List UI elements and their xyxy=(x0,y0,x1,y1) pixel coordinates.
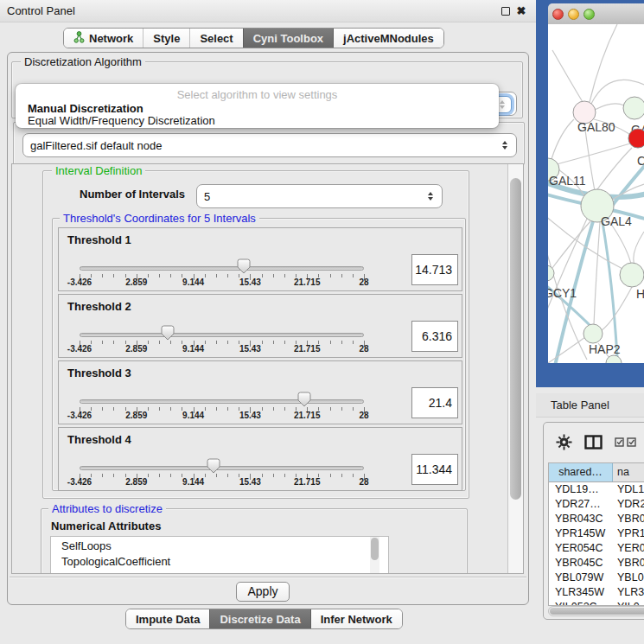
cell-shared-name: YIL052C xyxy=(549,600,613,606)
column-header-na[interactable]: na xyxy=(613,463,644,481)
gear-icon[interactable] xyxy=(556,434,572,450)
threshold-panel-4: Threshold 4-3.4262.8599.14415.4321.71528… xyxy=(58,427,462,491)
node-label-gal4: GAL4 xyxy=(601,214,632,228)
tab-network[interactable]: Network xyxy=(64,29,143,48)
number-of-intervals-combobox[interactable]: 5 xyxy=(196,184,443,208)
dropdown-option-equal-width-frequency-discretization[interactable]: Equal Width/Frequency Discretization xyxy=(16,115,499,127)
attribute-item-betweennesscentrality[interactable]: BetweennessCentrality xyxy=(61,570,388,574)
tab-cyni-toolbox[interactable]: Cyni Toolbox xyxy=(243,29,333,48)
cell-shared-name: YDR27… xyxy=(549,497,613,512)
cell-shared-name: YLR345W xyxy=(549,585,613,600)
slider-tick-label: 28 xyxy=(340,277,388,287)
threshold-value-field[interactable]: 14.713 xyxy=(411,254,458,285)
split-columns-icon[interactable] xyxy=(584,435,603,450)
table-row[interactable]: YBR045CYBR0 xyxy=(549,556,644,571)
network-node-h[interactable] xyxy=(620,263,644,287)
table-row[interactable]: YIL052CYIL0 xyxy=(549,600,644,606)
cell-name: YDL1 xyxy=(613,482,644,497)
slider-tick-label: 9.144 xyxy=(169,277,218,287)
slider-tick-label: 2.859 xyxy=(112,411,161,420)
close-traffic-light-icon[interactable] xyxy=(552,9,564,20)
settings-vertical-scrollbar[interactable] xyxy=(507,164,523,573)
node-label-c: C xyxy=(637,154,644,168)
threshold-slider-track[interactable] xyxy=(80,399,364,404)
close-icon[interactable]: ✖ xyxy=(513,3,529,19)
tab-discretize-data[interactable]: Discretize Data xyxy=(209,609,309,628)
tab-label: jActiveMNodules xyxy=(343,32,434,45)
tab-select[interactable]: Select xyxy=(189,29,242,48)
threshold-value-field[interactable]: 11.344 xyxy=(411,454,458,485)
table-row[interactable]: YER054CYER0 xyxy=(549,541,644,556)
tab-infer-network[interactable]: Infer Network xyxy=(310,609,402,628)
slider-tick-label: 2.859 xyxy=(112,344,161,354)
node-label-hap2: HAP2 xyxy=(589,342,621,356)
attribute-item-topologicalcoefficient[interactable]: TopologicalCoefficient xyxy=(61,554,388,570)
minimize-traffic-light-icon[interactable] xyxy=(568,9,579,20)
cell-shared-name: YBL079W xyxy=(549,571,613,585)
tab-impute-data[interactable]: Impute Data xyxy=(126,609,209,628)
interval-definition-fieldset: Interval Definition Number of Intervals … xyxy=(42,170,469,499)
table-row[interactable]: YBR043CYBR0 xyxy=(549,512,644,526)
scrollbar-thumb[interactable] xyxy=(550,608,644,615)
slider-tick-label: 9.144 xyxy=(169,477,218,487)
scrollbar-thumb[interactable] xyxy=(371,538,379,560)
attribute-item-selfloops[interactable]: SelfLoops xyxy=(61,539,388,554)
threshold-label: Threshold 1 xyxy=(67,233,131,246)
slider-tick-label: 2.859 xyxy=(112,277,161,287)
tab-label: Network xyxy=(89,32,133,45)
slider-tick-label: 21.715 xyxy=(283,477,331,487)
tab-jactivemnodules[interactable]: jActiveMNodules xyxy=(333,29,443,48)
cell-name: YER0 xyxy=(613,541,644,556)
settings-scroll-viewport: Interval Definition Number of Intervals … xyxy=(11,163,524,574)
attributes-list-scrollbar[interactable] xyxy=(370,537,379,574)
node-table: shared…na YDL19…YDL1YDR27…YDR2YBR043CYBR… xyxy=(548,462,644,606)
network-canvas[interactable]: GAL80GACGAL11GAL4GCY1HHAP2 xyxy=(548,24,644,363)
threshold-value-field[interactable]: 6.316 xyxy=(411,321,458,352)
table-row[interactable]: YDR27…YDR2 xyxy=(549,497,644,512)
threshold-panel-3: Threshold 3-3.4262.8599.14415.4321.71528… xyxy=(58,360,462,424)
cell-shared-name: YPR145W xyxy=(549,526,613,541)
slider-tick-label: -3.426 xyxy=(55,277,104,287)
dropdown-option-manual-discretization[interactable]: Manual Discretization xyxy=(16,103,499,115)
table-row[interactable]: YPR145WYPR1 xyxy=(549,526,644,541)
table-row[interactable]: YDL19…YDL1 xyxy=(549,482,644,497)
cell-shared-name: YBR043C xyxy=(549,512,613,526)
cell-name: YIL0 xyxy=(613,600,644,606)
select-columns-checkboxes-icon[interactable] xyxy=(615,437,636,447)
threshold-slider-handle[interactable] xyxy=(161,325,175,341)
column-header-shared[interactable]: shared… xyxy=(549,463,613,481)
scrollbar-thumb[interactable] xyxy=(510,178,521,500)
threshold-slider-track[interactable] xyxy=(80,466,364,470)
table-panel-title: Table Panel xyxy=(551,399,609,411)
table-row[interactable]: YLR345WYLR3 xyxy=(549,585,644,600)
zoom-traffic-light-icon[interactable] xyxy=(583,9,595,20)
threshold-slider-track[interactable] xyxy=(80,266,364,271)
network-node-hap2[interactable] xyxy=(583,324,603,343)
threshold-slider-track[interactable] xyxy=(80,333,364,337)
network-node-ga[interactable] xyxy=(623,97,644,119)
node-label-gcy1: GCY1 xyxy=(548,286,577,300)
tab-label: Discretize Data xyxy=(220,613,300,626)
numerical-attributes-list: SelfLoopsTopologicalCoefficientBetweenne… xyxy=(50,536,389,574)
cell-name: YDR2 xyxy=(613,497,644,512)
network-node-c[interactable] xyxy=(628,129,644,148)
table-data-combobox[interactable]: galFiltered.sif default node xyxy=(22,133,517,157)
apply-button[interactable]: Apply xyxy=(236,582,290,602)
float-window-icon[interactable] xyxy=(498,3,513,19)
table-row[interactable]: YBL079WYBL0 xyxy=(549,571,644,585)
table-data-combobox-value: galFiltered.sif default node xyxy=(30,139,501,152)
threshold-slider-handle[interactable] xyxy=(207,458,220,474)
threshold-slider-handle[interactable] xyxy=(237,258,251,274)
threshold-value-field[interactable]: 21.4 xyxy=(411,387,458,418)
float-glyph xyxy=(501,7,510,16)
table-horizontal-scrollbar[interactable] xyxy=(548,606,644,616)
stepper-arrows-icon xyxy=(501,141,509,150)
algorithm-dropdown-options: Manual DiscretizationEqual Width/Frequen… xyxy=(16,103,499,127)
tab-style[interactable]: Style xyxy=(143,29,189,48)
interval-definition-title: Interval Definition xyxy=(52,164,145,177)
threshold-slider-handle[interactable] xyxy=(297,392,311,407)
table-data-fieldset: Table Data galFiltered.sif default node xyxy=(13,122,525,165)
discretization-algorithm-fieldset: Discretization Algorithm Select algorith… xyxy=(11,61,523,118)
node-table-header: shared…na xyxy=(549,463,644,482)
apply-separator xyxy=(10,577,526,578)
